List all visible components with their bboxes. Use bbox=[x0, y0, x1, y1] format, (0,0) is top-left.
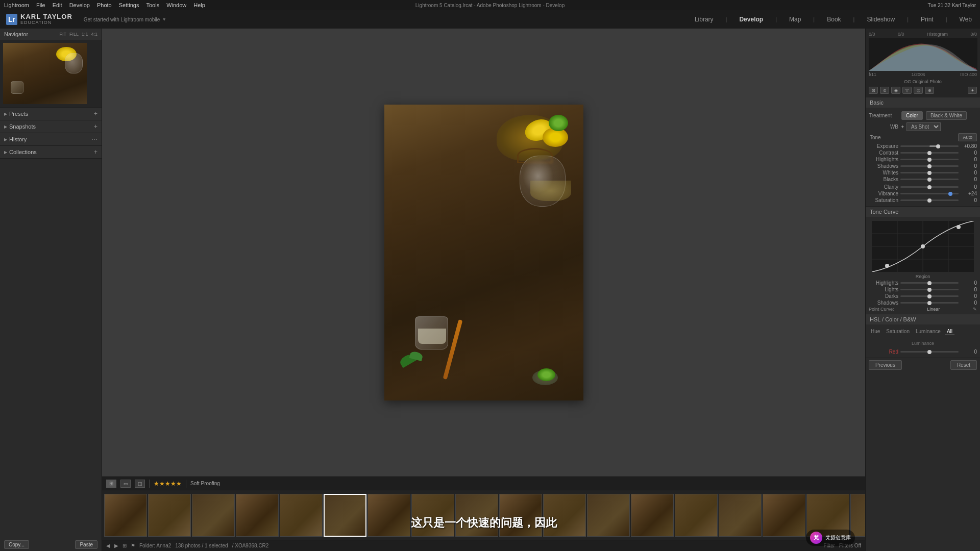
wb-dropdown[interactable]: As Shot Auto Daylight Cloudy Shade Custo… bbox=[906, 122, 941, 131]
edit-menu[interactable]: Edit bbox=[53, 2, 62, 8]
filmstrip-thumb-8[interactable] bbox=[411, 494, 454, 537]
history-header[interactable]: History ⋯ bbox=[0, 133, 102, 145]
filmstrip-thumb-1[interactable] bbox=[104, 494, 147, 537]
whites-track[interactable] bbox=[900, 172, 959, 173]
shadows-track[interactable] bbox=[900, 165, 959, 167]
tab-library[interactable]: Library bbox=[693, 15, 716, 24]
star-rating[interactable]: ★★★★★ bbox=[154, 480, 182, 487]
hsl-tab-luminance[interactable]: Luminance bbox=[914, 328, 943, 335]
reset-button[interactable]: Reset bbox=[950, 360, 977, 370]
filmstrip-flag-toggle[interactable]: ⚑ bbox=[131, 543, 135, 548]
exposure-track[interactable] bbox=[900, 145, 959, 147]
filmstrip-thumb-10[interactable] bbox=[499, 494, 542, 537]
view-grid-btn[interactable]: ⊞ bbox=[106, 480, 116, 488]
collections-add-btn[interactable] bbox=[94, 148, 97, 156]
tab-print[interactable]: Print bbox=[919, 15, 936, 24]
zoom-4-1[interactable]: 4:1 bbox=[91, 32, 97, 37]
heal-tool[interactable]: ⊙ bbox=[880, 87, 889, 94]
auto-btn[interactable]: Auto bbox=[958, 133, 977, 141]
tools-menu[interactable]: Tools bbox=[146, 2, 159, 8]
filmstrip-thumb-11[interactable] bbox=[543, 494, 586, 537]
help-menu[interactable]: Help bbox=[193, 2, 205, 8]
radial-filter-tool[interactable]: ◎ bbox=[914, 87, 923, 94]
point-curve-edit[interactable]: ✎ bbox=[973, 307, 977, 312]
highlights-curve-track[interactable] bbox=[900, 282, 959, 284]
tab-slideshow[interactable]: Slideshow bbox=[865, 15, 897, 24]
mobile-link[interactable]: Get started with Lightroom mobile ▼ bbox=[84, 17, 166, 22]
tone-curve-graph[interactable] bbox=[872, 221, 974, 272]
lights-row: Lights 0 bbox=[869, 287, 977, 292]
eyedropper-wb-icon[interactable]: ✦ bbox=[900, 124, 904, 130]
tab-web[interactable]: Web bbox=[958, 15, 974, 24]
filmstrip-thumb-7[interactable] bbox=[368, 494, 410, 537]
view-loupe-btn[interactable]: ▭ bbox=[120, 480, 131, 488]
settings-menu[interactable]: Settings bbox=[119, 2, 139, 8]
grad-filter-tool[interactable]: ▽ bbox=[902, 87, 912, 94]
history-info-btn[interactable]: ⋯ bbox=[91, 136, 97, 143]
crop-tool[interactable]: ⊡ bbox=[869, 87, 878, 94]
contrast-track[interactable] bbox=[900, 152, 959, 154]
snapshots-add-btn[interactable] bbox=[94, 123, 97, 130]
photo-menu[interactable]: Photo bbox=[97, 2, 112, 8]
lights-track[interactable] bbox=[900, 289, 959, 290]
shadows-curve-track[interactable] bbox=[900, 302, 959, 304]
view-compare-btn[interactable]: ◫ bbox=[135, 480, 145, 488]
tab-book[interactable]: Book bbox=[825, 15, 843, 24]
zoom-fill[interactable]: FILL bbox=[69, 32, 79, 37]
filmstrip-thumb-3[interactable] bbox=[192, 494, 235, 537]
redeye-tool[interactable]: ◉ bbox=[891, 87, 900, 94]
filmstrip-thumb-14[interactable] bbox=[675, 494, 718, 537]
saturation-track[interactable] bbox=[900, 199, 959, 201]
presets-header[interactable]: Presets bbox=[0, 108, 102, 120]
filmstrip-thumb-4[interactable] bbox=[236, 494, 279, 537]
treatment-bw-btn[interactable]: Black & White bbox=[926, 111, 967, 120]
hsl-header[interactable]: HSL / Color / B&W bbox=[866, 314, 980, 324]
filmstrip-thumb-16[interactable] bbox=[763, 494, 805, 537]
filmstrip-thumb-18[interactable] bbox=[850, 494, 865, 537]
basic-header[interactable]: Basic bbox=[866, 97, 980, 108]
file-menu[interactable]: File bbox=[36, 2, 45, 8]
filmstrip-thumb-12[interactable] bbox=[587, 494, 630, 537]
tone-label: Tone bbox=[869, 135, 881, 140]
zoom-fit[interactable]: FIT bbox=[59, 32, 66, 37]
filmstrip-thumb-13[interactable] bbox=[631, 494, 674, 537]
filmstrip-thumb-5[interactable] bbox=[280, 494, 323, 537]
filmstrip-thumb-2[interactable] bbox=[148, 494, 191, 537]
zoom-1-1[interactable]: 1:1 bbox=[82, 32, 88, 37]
filmstrip-thumb-6[interactable] bbox=[324, 494, 366, 537]
lightroom-menu[interactable]: Lightroom bbox=[4, 2, 29, 8]
clarity-track[interactable] bbox=[900, 186, 959, 188]
hsl-tab-saturation[interactable]: Saturation bbox=[884, 328, 912, 335]
vibrance-track[interactable] bbox=[900, 193, 959, 194]
tab-map[interactable]: Map bbox=[787, 15, 803, 24]
navigator-preview[interactable] bbox=[0, 40, 102, 107]
copy-button[interactable]: Copy... bbox=[4, 540, 29, 549]
filmstrip-thumb-9[interactable] bbox=[455, 494, 498, 537]
blacks-value: 0 bbox=[961, 177, 977, 182]
filmstrip-nav-right[interactable]: ▶ bbox=[114, 543, 118, 548]
whites-row: Whites 0 bbox=[869, 170, 977, 176]
develop-menu[interactable]: Develop bbox=[69, 2, 90, 8]
hsl-tab-all[interactable]: All bbox=[945, 328, 954, 335]
navigator-header[interactable]: Navigator FIT FILL 1:1 4:1 bbox=[0, 29, 102, 40]
blacks-track[interactable] bbox=[900, 179, 959, 180]
previous-button[interactable]: Previous bbox=[869, 360, 902, 370]
filmstrip-grid-toggle[interactable]: ⊞ bbox=[122, 543, 127, 548]
eyedropper-tool[interactable]: ✦ bbox=[968, 87, 977, 94]
hsl-tab-hue[interactable]: Hue bbox=[869, 328, 882, 335]
filmstrip-nav-left[interactable]: ◀ bbox=[106, 543, 110, 548]
presets-add-btn[interactable] bbox=[94, 110, 97, 117]
snapshots-header[interactable]: Snapshots bbox=[0, 120, 102, 133]
tone-curve-header[interactable]: Tone Curve bbox=[866, 207, 980, 217]
filmstrip-thumb-15[interactable] bbox=[719, 494, 762, 537]
darks-track[interactable] bbox=[900, 295, 959, 297]
tab-develop[interactable]: Develop bbox=[737, 15, 765, 24]
tone-curve-label: Tone Curve bbox=[870, 209, 898, 215]
lum-red-track[interactable] bbox=[900, 351, 959, 353]
window-menu[interactable]: Window bbox=[166, 2, 186, 8]
collections-header[interactable]: Collections bbox=[0, 146, 102, 158]
brush-tool[interactable]: ⊕ bbox=[925, 87, 934, 94]
highlights-track[interactable] bbox=[900, 159, 959, 160]
paste-button[interactable]: Paste bbox=[75, 540, 97, 549]
treatment-color-btn[interactable]: Color bbox=[901, 111, 923, 120]
